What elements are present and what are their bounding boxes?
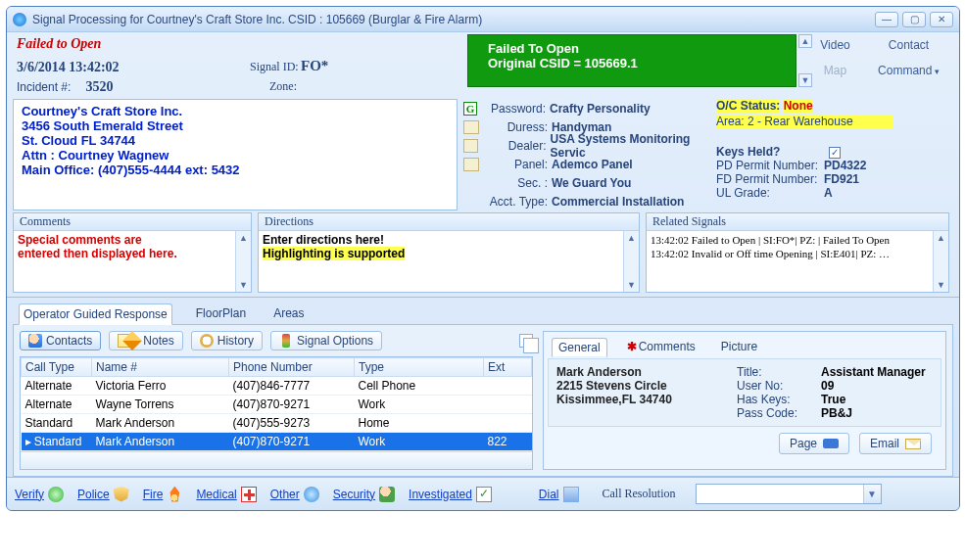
grid-footer bbox=[21, 451, 532, 469]
main-tabs: Operator Guided Response FloorPlan Areas bbox=[13, 303, 953, 325]
related-row[interactable]: 13:42:02 Failed to Open | SI:FO*| PZ: | … bbox=[651, 233, 944, 247]
history-button[interactable]: History bbox=[191, 331, 263, 350]
related-panel: Related Signals 13:42:02 Failed to Open … bbox=[646, 212, 949, 293]
panel-value: Ademco Panel bbox=[552, 158, 633, 171]
keys-held-checkbox[interactable]: ✓ bbox=[829, 147, 841, 159]
banner-line1: Failed To Open bbox=[488, 41, 776, 56]
table-row-selected[interactable]: ▸ StandardMark Anderson(407)870-9271Work… bbox=[22, 433, 532, 451]
contacts-pane: Contacts Notes History Signal Options Ca… bbox=[20, 331, 533, 470]
directions-panel: Directions Enter directions here! Highli… bbox=[258, 212, 640, 293]
col-phone[interactable]: Phone Number bbox=[229, 358, 355, 377]
zone-label: Zone: bbox=[269, 79, 297, 94]
detail-title-label: Title: bbox=[737, 365, 807, 379]
accttype-label: Acct. Type: bbox=[463, 195, 548, 209]
detail-title: Assistant Manager bbox=[821, 365, 926, 379]
dealer-label: Dealer: bbox=[482, 139, 547, 153]
comments-scrollbar[interactable]: ▲▼ bbox=[235, 231, 251, 292]
related-scrollbar[interactable]: ▲▼ bbox=[933, 231, 948, 292]
subtab-picture[interactable]: Picture bbox=[715, 338, 763, 357]
password-value: Crafty Personality bbox=[550, 102, 651, 116]
link-map: Map bbox=[798, 64, 872, 77]
tab-operator-guided[interactable]: Operator Guided Response bbox=[19, 303, 172, 325]
address-box: Courtney's Craft Store Inc. 3456 South E… bbox=[13, 99, 458, 210]
security-link[interactable]: Security bbox=[333, 487, 395, 502]
col-calltype[interactable]: Call Type bbox=[22, 358, 92, 377]
tab-areas[interactable]: Areas bbox=[269, 303, 308, 324]
signalid-label: Signal ID: bbox=[250, 60, 299, 74]
fire-link[interactable]: Fire bbox=[143, 487, 183, 502]
password-label: Password: bbox=[481, 102, 546, 116]
medical-icon bbox=[241, 487, 257, 502]
sec-label: Sec. : bbox=[483, 176, 548, 190]
minimize-button[interactable]: — bbox=[875, 12, 898, 27]
account-info: GPassword:Crafty Personality Duress:Hand… bbox=[463, 99, 710, 210]
tab-floorplan[interactable]: FloorPlan bbox=[192, 303, 250, 324]
table-row[interactable]: AlternateWayne Torrens(407)870-9271Work bbox=[22, 396, 532, 414]
titlebar: Signal Processing for Courtney's Craft S… bbox=[7, 7, 959, 32]
incident-row: Incident #: 3520 bbox=[17, 79, 113, 95]
contacts-grid[interactable]: Call Type Name # Phone Number Type Ext A… bbox=[20, 356, 533, 470]
investigated-link[interactable]: Investigated bbox=[409, 487, 492, 502]
sec-value: We Guard You bbox=[552, 176, 631, 190]
page-button[interactable]: Page bbox=[779, 433, 849, 454]
detail-pass-label: Pass Code: bbox=[737, 406, 807, 420]
tab-body: Contacts Notes History Signal Options Ca… bbox=[13, 325, 953, 477]
address-line4: Attn : Courtney Wagnew bbox=[22, 148, 449, 163]
panel-icon[interactable] bbox=[463, 158, 479, 171]
fd-permit-label: FD Permit Number: bbox=[716, 172, 824, 186]
email-button[interactable]: Email bbox=[859, 433, 932, 454]
link-video[interactable]: Video bbox=[798, 38, 872, 52]
dealer-icon[interactable] bbox=[463, 139, 478, 153]
medical-link[interactable]: Medical bbox=[196, 487, 256, 502]
status-banner: Failed To Open Original CSID = 105669.1 bbox=[467, 34, 796, 87]
pd-permit-value: PD4322 bbox=[824, 159, 866, 172]
col-ext[interactable]: Ext bbox=[484, 358, 532, 377]
comments-header: Comments bbox=[14, 213, 251, 231]
ok-icon bbox=[48, 487, 64, 502]
duress-label: Duress: bbox=[483, 120, 548, 134]
subtab-general[interactable]: General bbox=[552, 338, 607, 357]
link-command[interactable]: Command bbox=[872, 64, 945, 77]
detail-pass: PB&J bbox=[821, 406, 926, 420]
dealer-value: USA Systems Monitoring Servic bbox=[551, 132, 710, 160]
other-link[interactable]: Other bbox=[270, 487, 319, 502]
close-button[interactable]: ✕ bbox=[930, 12, 953, 27]
related-row[interactable]: 13:42:02 Invalid or Off time Opening | S… bbox=[651, 247, 944, 260]
verify-link[interactable]: Verify bbox=[15, 487, 64, 502]
detail-addr1: 2215 Stevens Circle bbox=[556, 379, 723, 393]
directions-scrollbar[interactable]: ▲▼ bbox=[623, 231, 639, 292]
police-link[interactable]: Police bbox=[77, 487, 129, 502]
call-resolution-combo[interactable]: ▼ bbox=[696, 484, 882, 504]
notes-button[interactable]: Notes bbox=[109, 331, 182, 350]
col-type[interactable]: Type bbox=[355, 358, 484, 377]
table-row[interactable]: AlternateVictoria Ferro(407)846-7777Cell… bbox=[22, 377, 532, 396]
detail-tabs: General ✱Comments Picture bbox=[548, 336, 941, 359]
subtab-comments[interactable]: ✱Comments bbox=[621, 338, 701, 357]
dial-link[interactable]: Dial bbox=[539, 487, 579, 502]
table-row[interactable]: StandardMark Anderson(407)555-9273Home bbox=[22, 414, 532, 433]
signal-options-button[interactable]: Signal Options bbox=[270, 331, 382, 350]
copy-icon[interactable] bbox=[519, 334, 533, 348]
contacts-icon bbox=[28, 334, 42, 348]
address-line3: St. Cloud FL 34744 bbox=[22, 133, 449, 148]
check-icon bbox=[476, 487, 492, 502]
chevron-down-icon[interactable]: ▼ bbox=[863, 485, 881, 503]
directions-header: Directions bbox=[259, 213, 639, 231]
app-icon bbox=[13, 13, 26, 26]
address-line5: Main Office: (407)555-4444 ext: 5432 bbox=[22, 163, 449, 177]
pager-icon bbox=[823, 439, 839, 448]
security-icon bbox=[379, 487, 395, 502]
mail-icon bbox=[905, 439, 921, 449]
col-name[interactable]: Name # bbox=[92, 358, 229, 377]
duress-icon[interactable] bbox=[463, 120, 479, 134]
detail-addr2: Kissimmee,FL 34740 bbox=[556, 393, 723, 406]
detail-name: Mark Anderson bbox=[556, 365, 723, 379]
header-band: Failed to Open 3/6/2014 13:42:02 Inciden… bbox=[7, 32, 959, 97]
address-line1: Courtney's Craft Store Inc. bbox=[22, 104, 449, 118]
link-contact[interactable]: Contact bbox=[872, 38, 945, 52]
main-window: Signal Processing for Courtney's Craft S… bbox=[6, 6, 960, 511]
detail-haskeys-label: Has Keys: bbox=[737, 393, 807, 406]
maximize-button[interactable]: ▢ bbox=[902, 12, 926, 27]
contacts-button[interactable]: Contacts bbox=[20, 331, 101, 350]
oc-status-value: None bbox=[784, 99, 813, 113]
